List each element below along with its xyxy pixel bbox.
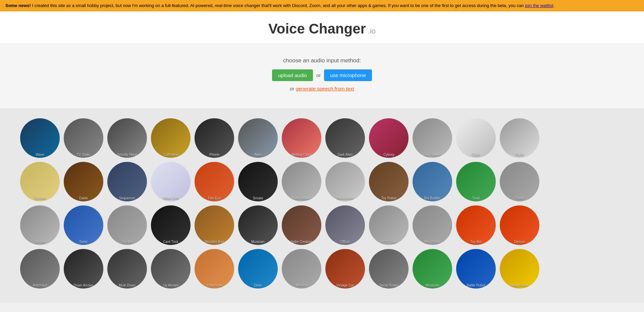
voice-item-mini-robot[interactable]: Mini Robot: [413, 205, 452, 245]
voice-item-officer[interactable]: Officer: [325, 205, 365, 245]
site-suffix: .io: [368, 27, 376, 35]
voice-item-robot-arms[interactable]: Robot Arms: [325, 162, 365, 201]
voice-item-down-arrows[interactable]: Down Arrows: [64, 249, 103, 289]
voice-item-bot-builder[interactable]: Bot Builder: [413, 162, 452, 201]
voice-item-tv-static[interactable]: TV Static: [64, 118, 103, 158]
voice-label: Officer: [325, 240, 365, 244]
voice-label: Wooden Box: [195, 240, 234, 244]
voice-label: WTF Guy: [369, 240, 409, 244]
generate-speech-link[interactable]: generate speech from text: [296, 86, 354, 91]
voice-item-dalek[interactable]: Dalek: [64, 162, 103, 201]
voice-item-spike-creature[interactable]: Spike Creature: [282, 205, 321, 245]
voice-label: Smoke: [238, 196, 278, 200]
voice-row-2: CymbalDalekSequencerWave LineFire EyeSmo…: [20, 162, 624, 201]
voice-item-soldier[interactable]: Soldier: [107, 205, 147, 245]
news-banner: Some news! I created this site as a smal…: [0, 0, 644, 11]
banner-text: I created this site as a small hobby pro…: [32, 3, 525, 8]
voice-item-spiral-snake[interactable]: Spiral Snake: [369, 249, 409, 289]
voice-item-vintage-car[interactable]: Vintage Car: [325, 249, 365, 289]
voice-item-guy-fawkes[interactable]: Guy Fawkes: [413, 118, 452, 158]
voice-item-cyborg[interactable]: Cyborg: [369, 118, 409, 158]
voice-label: Dark Alien: [325, 153, 365, 157]
voice-item-battle-robot[interactable]: Battle Robot: [456, 249, 496, 289]
banner-bold: Some news!: [5, 3, 31, 8]
voice-label: Bot Builder: [413, 196, 452, 200]
voice-item-diver[interactable]: Diver: [238, 249, 278, 289]
voice-label: Toy Robot: [369, 196, 409, 200]
voice-item-chipmunk[interactable]: Chipmunk: [195, 249, 234, 289]
voice-item-toy-bot[interactable]: Toy Bot: [456, 205, 496, 245]
voice-item-megaphone[interactable]: Megaphone: [500, 249, 539, 289]
voice-label: Dancer: [20, 240, 60, 244]
voice-label: Megaphone: [500, 284, 539, 287]
voice-item-dancer[interactable]: Dancer: [20, 205, 60, 245]
voice-item-astronaut[interactable]: Astronaut: [20, 249, 60, 289]
voice-item-snail[interactable]: Snail: [456, 162, 496, 201]
voice-item-radio[interactable]: Radio: [500, 118, 539, 158]
voice-label: Fire Eye: [195, 196, 234, 200]
voice-item-wooden-box[interactable]: Wooden Box: [195, 205, 234, 245]
voice-label: Down Arrows: [64, 284, 103, 287]
waitlist-link[interactable]: join the waitlist: [525, 3, 553, 8]
voice-item-multi-down[interactable]: Multi Down: [107, 249, 147, 289]
voice-label: Wave Line: [151, 196, 191, 200]
voice-label: Up Arrows: [151, 284, 191, 287]
voice-item-melting-clock[interactable]: Melting Clock: [282, 118, 321, 158]
voice-label: Robot Walker: [282, 196, 321, 200]
voice-label: Spiral Snake: [369, 284, 409, 287]
voice-item-demon[interactable]: Demon: [500, 205, 539, 245]
voice-label: Turtle: [500, 196, 539, 200]
voice-item-dark-alien[interactable]: Dark Alien: [325, 118, 365, 158]
voice-label: Mini Robot: [413, 240, 452, 244]
voice-item-wave-line[interactable]: Wave Line: [151, 162, 191, 201]
voice-label: Musician: [238, 240, 278, 244]
voice-label: Demon: [500, 240, 539, 244]
voice-label: Robot Arms: [325, 196, 365, 200]
voice-item-cymbal[interactable]: Cymbal: [20, 162, 60, 201]
voice-label: Wave: [20, 153, 60, 157]
voice-grid: WaveTV StaticGhostly HandCathedralPhoneA…: [0, 108, 644, 303]
voice-item-musician[interactable]: Musician: [238, 205, 278, 245]
input-method-label: choose an audio input method:: [7, 57, 637, 64]
voice-label: Astronaut: [20, 284, 60, 287]
voice-item-alien[interactable]: Alien: [238, 118, 278, 158]
voice-item-robot-walker[interactable]: Robot Walker: [282, 162, 321, 201]
voice-label: Chipmunk: [195, 284, 234, 287]
voice-label: Soldier: [107, 240, 147, 244]
voice-label: Cymbal: [20, 196, 60, 200]
voice-item-wtf-guy[interactable]: WTF Guy: [369, 205, 409, 245]
voice-item-up-arrows[interactable]: Up Arrows: [151, 249, 191, 289]
voice-label: TV Static: [64, 153, 103, 157]
use-microphone-button[interactable]: use microphone: [324, 69, 372, 81]
voice-item-sequencer[interactable]: Sequencer: [107, 162, 147, 201]
voice-item-fire-eye[interactable]: Fire Eye: [195, 162, 234, 201]
voice-item-clock[interactable]: Clock: [456, 118, 496, 158]
voice-item-toy-robot[interactable]: Toy Robot: [369, 162, 409, 201]
voice-item-phone[interactable]: Phone: [195, 118, 234, 158]
voice-label: Clock: [456, 153, 496, 157]
voice-item-sonic[interactable]: Sonic: [64, 205, 103, 245]
voice-item-smoke[interactable]: Smoke: [238, 162, 278, 201]
generate-speech-row: or generate speech from text: [7, 86, 637, 91]
voice-label: Multi Down: [107, 284, 147, 287]
voice-item-cathedral[interactable]: Cathedral: [151, 118, 191, 158]
voice-item-monitor[interactable]: Monitor: [282, 249, 321, 289]
voice-label: Ghostly Hand: [107, 153, 147, 157]
voice-label: Sonic: [64, 240, 103, 244]
site-title: Voice Changer: [268, 21, 366, 37]
voice-item-wave[interactable]: Wave: [20, 118, 60, 158]
voice-item-card-trick[interactable]: Card Trick: [151, 205, 191, 245]
voice-row-3: DancerSonicSoldierCard TrickWooden BoxMu…: [20, 205, 624, 245]
voice-label: Cathedral: [151, 153, 191, 157]
upload-audio-button[interactable]: upload audio: [272, 69, 313, 81]
voice-item-turtle[interactable]: Turtle: [500, 162, 539, 201]
site-header: Voice Changer.io: [0, 11, 644, 44]
voice-label: Cyborg: [369, 153, 409, 157]
voice-label: Snail: [456, 196, 496, 200]
voice-label: Diver: [238, 284, 278, 287]
voice-row-4: AstronautDown ArrowsMulti DownUp ArrowsC…: [20, 249, 624, 289]
voice-label: Battle Robot: [456, 284, 496, 287]
voice-item-mosquito[interactable]: Mosquito: [413, 249, 452, 289]
or-separator: or: [316, 72, 321, 78]
voice-item-ghostly-hand[interactable]: Ghostly Hand: [107, 118, 147, 158]
